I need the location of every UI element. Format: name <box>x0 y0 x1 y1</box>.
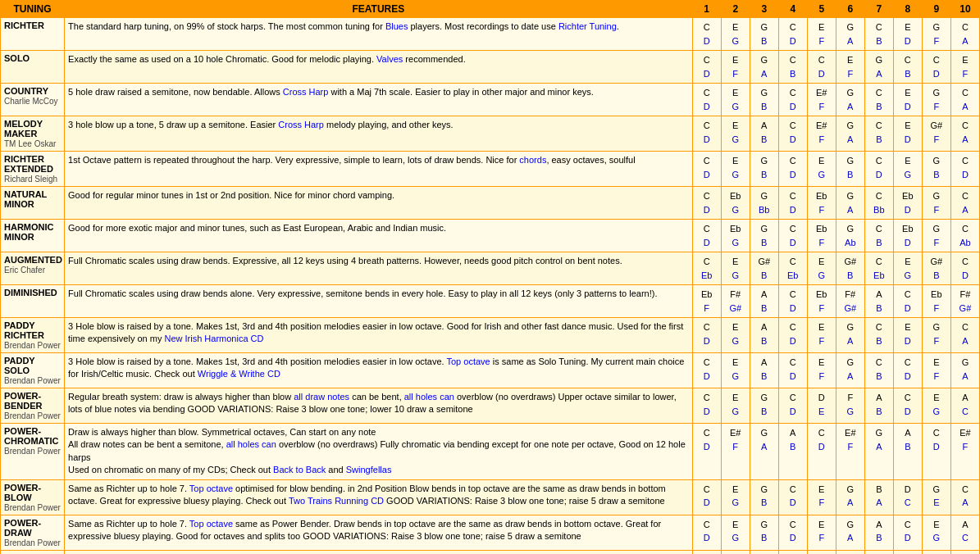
note-cell-3: GB <box>750 18 778 51</box>
table-row: COUNTRYCharlie McCoy5 hole draw raised a… <box>1 84 980 116</box>
note-cell-4: CD <box>778 318 807 353</box>
header-features: FEATURES <box>65 1 693 18</box>
note-cell-2: EbG <box>721 220 750 252</box>
note-cell-7: CB <box>864 84 893 116</box>
note-cell-7: CEb <box>864 252 893 285</box>
table-row: POWER-CHROMATICBrendan PowerDraw is alwa… <box>1 424 980 480</box>
note-cell-3: AB <box>750 116 778 152</box>
note-cell-6: E#F <box>836 424 864 480</box>
tuning-cell: POWER-BENDERBrendan Power <box>1 388 65 424</box>
tuning-cell: COUNTRYCharlie McCoy <box>1 84 65 116</box>
note-cell-1: CD <box>692 220 721 252</box>
feature-cell: Full Chromatic scales using draw bends a… <box>65 285 693 318</box>
note-cell-8: DC <box>893 479 922 515</box>
note-cell-10: AC <box>950 515 979 550</box>
note-cell-2: EG <box>721 116 750 152</box>
note-cell-6: GA <box>836 550 864 554</box>
note-cell-8: EbD <box>893 220 922 252</box>
note-cell-9: EbF <box>922 285 950 318</box>
header-7: 7 <box>864 1 893 18</box>
note-cell-7: CB <box>864 318 893 353</box>
note-cell-2: EG <box>721 152 750 187</box>
note-cell-1: CD <box>692 116 721 152</box>
note-cell-10: CA <box>950 18 979 51</box>
note-cell-5: EF <box>807 479 836 515</box>
tuning-cell: RICHTER EXTENDEDRichard Sleigh <box>1 152 65 187</box>
feature-cell: 3 Hole blow is raised by a tone. Makes 1… <box>65 353 693 388</box>
note-cell-5: E#F <box>807 116 836 152</box>
note-cell-9: CD <box>922 51 950 84</box>
note-cell-5: EF <box>807 318 836 353</box>
note-cell-6: F#G# <box>836 285 864 318</box>
table-row: AUGMENTEDEric ChaferFull Chromatic scale… <box>1 252 980 285</box>
note-cell-4: CB <box>778 51 807 84</box>
feature-cell: 3 Hole blow is raised by a tone. Makes 1… <box>65 318 693 353</box>
note-cell-5: DE <box>807 388 836 424</box>
table-row: MELODY MAKERTM Lee Oskar3 hole blow up a… <box>1 116 980 152</box>
feature-cell: Good for regular minor tunes in 1st or 2… <box>65 187 693 220</box>
table-row: SOLOExactly the same as used on a 10 hol… <box>1 51 980 84</box>
note-cell-2: F#G# <box>721 285 750 318</box>
header-1: 1 <box>692 1 721 18</box>
note-cell-3: GB <box>750 84 778 116</box>
note-cell-2: EbG <box>721 187 750 220</box>
feature-cell: The standard harp tuning, on 99% of stoc… <box>65 18 693 51</box>
note-cell-1: CD <box>692 187 721 220</box>
note-cell-7: CB <box>864 116 893 152</box>
note-cell-9: GE <box>922 479 950 515</box>
tuning-cell: DIMINISHED <box>1 285 65 318</box>
note-cell-6: GA <box>836 84 864 116</box>
note-cell-8: CD <box>893 550 922 554</box>
note-cell-3: GB <box>750 550 778 554</box>
tuning-cell: POWER-BLOWBrendan Power <box>1 479 65 515</box>
note-cell-1: CD <box>692 515 721 550</box>
note-cell-7: CD <box>864 152 893 187</box>
tuning-cell: POWER-DRAWBrendan Power <box>1 515 65 550</box>
tuning-cell: RICHTER <box>1 18 65 51</box>
tuning-cell: PADDY RICHTERBrendan Power <box>1 318 65 353</box>
note-cell-5: EbF <box>807 187 836 220</box>
table-row: PADDY RICHTERBrendan Power3 Hole blow is… <box>1 318 980 353</box>
table-row: POWER-BENDERBrendan PowerRegular breath … <box>1 388 980 424</box>
note-cell-8: ED <box>893 18 922 51</box>
tuning-table: TUNING FEATURES 1 2 3 4 5 6 7 8 9 10 RIC… <box>0 0 980 554</box>
note-cell-1: CD <box>692 550 721 554</box>
note-cell-5: CD <box>807 424 836 480</box>
note-cell-5: EG <box>807 252 836 285</box>
tuning-cell: PADDY SOLOBrendan Power <box>1 353 65 388</box>
feature-cell: Regular breath system: draw is always hi… <box>65 388 693 424</box>
tuning-cell: NATURAL MINOR <box>1 187 65 220</box>
note-cell-8: CB <box>893 51 922 84</box>
note-cell-9: G#F <box>922 116 950 152</box>
note-cell-3: GA <box>750 51 778 84</box>
header-10: 10 <box>950 1 979 18</box>
table-row: POWER-DRAWBrendan PowerSame as Richter u… <box>1 515 980 550</box>
note-cell-9: E#F <box>922 550 950 554</box>
note-cell-6: GB <box>836 152 864 187</box>
note-cell-3: AB <box>750 285 778 318</box>
note-cell-3: G#B <box>750 252 778 285</box>
note-cell-9: CD <box>922 424 950 480</box>
note-cell-9: EF <box>922 353 950 388</box>
note-cell-9: GF <box>922 318 950 353</box>
note-cell-9: GF <box>922 220 950 252</box>
feature-cell: Full Chromatic scales using draw bends. … <box>65 252 693 285</box>
note-cell-5: EbF <box>807 285 836 318</box>
note-cell-7: AB <box>864 285 893 318</box>
note-cell-9: GF <box>922 18 950 51</box>
note-cell-10: CA <box>950 318 979 353</box>
note-cell-4: CD <box>778 285 807 318</box>
note-cell-8: CD <box>893 285 922 318</box>
note-cell-3: GBb <box>750 187 778 220</box>
note-cell-7: AB <box>864 550 893 554</box>
feature-cell: 3 hole blow up a tone, 5 draw up a semit… <box>65 116 693 152</box>
note-cell-3: GB <box>750 388 778 424</box>
note-cell-2: EG <box>721 353 750 388</box>
feature-cell: Good for more exotic major and minor tun… <box>65 220 693 252</box>
note-cell-7: GA <box>864 424 893 480</box>
note-cell-9: EG <box>922 388 950 424</box>
note-cell-8: CD <box>893 353 922 388</box>
note-cell-3: GB <box>750 152 778 187</box>
tuning-cell: HARMONIC MINOR <box>1 220 65 252</box>
table-row: REGULAR BREATHBrendan PowerRegular Breat… <box>1 550 980 554</box>
